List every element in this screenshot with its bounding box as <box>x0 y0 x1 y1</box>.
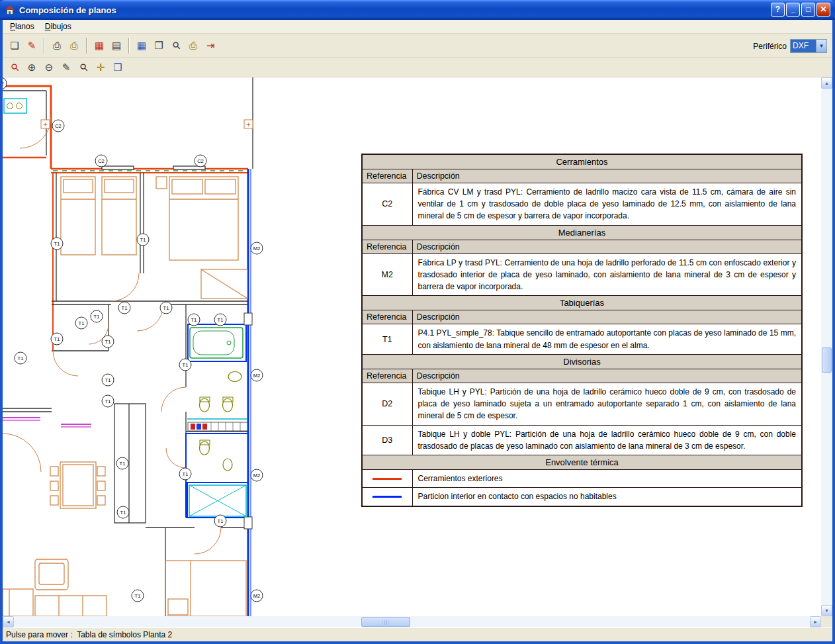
ref-header: Referencia <box>362 369 412 383</box>
legend-swatch-cell <box>362 488 412 506</box>
svg-text:T1: T1 <box>120 510 126 516</box>
section-title-tabiquerias: Tabiquerías <box>362 296 802 310</box>
sheet-manager-icon[interactable]: ❐ <box>151 38 167 53</box>
svg-text:T1: T1 <box>163 305 169 311</box>
svg-text:T1: T1 <box>183 362 189 368</box>
edit-tables-icon[interactable]: ▦ <box>134 38 150 53</box>
ref-cell: C2 <box>362 183 412 226</box>
pan-hand-icon[interactable]: ✛ <box>93 60 109 75</box>
svg-text:T1: T1 <box>94 314 100 320</box>
close-button[interactable]: ✕ <box>816 3 830 17</box>
table-row: T1 P4.1 PYL_simple_78: Tabique sencillo … <box>362 324 802 354</box>
toolbar-separator <box>128 38 130 54</box>
scroll-right-icon[interactable]: ► <box>810 616 821 627</box>
svg-text:T1: T1 <box>120 461 126 467</box>
horizontal-scrollbar[interactable]: ◄ ► <box>3 616 821 627</box>
exit-composition-icon[interactable]: ⇥ <box>202 38 218 53</box>
redraw-icon[interactable]: ✎ <box>58 60 74 75</box>
scrollbar-corner <box>821 616 832 627</box>
minimize-button[interactable]: _ <box>786 3 800 17</box>
svg-text:T1: T1 <box>191 317 197 323</box>
zoom-toolbar: ⚲ ⊕ ⊖ ✎ ⚲ ✛ ❒ <box>3 58 832 77</box>
plan-numbering-icon[interactable]: ▤ <box>109 38 124 53</box>
printers-icon[interactable]: ⎙ <box>66 38 82 53</box>
blue-line-swatch <box>373 496 402 498</box>
zoom-previous-icon[interactable]: ⚲ <box>75 60 91 75</box>
legend-label: Particion interior en contacto con espac… <box>412 488 802 506</box>
section-title-divisorias: Divisorias <box>362 354 802 369</box>
toolbar-separator <box>44 38 45 54</box>
svg-text:C2: C2 <box>197 158 204 164</box>
maximize-button[interactable]: □ <box>801 3 815 17</box>
desc-cell: Tabique LH y PYL: Partición de una hoja … <box>412 383 802 425</box>
scroll-left-icon[interactable]: ◄ <box>3 616 14 627</box>
table-row: C2 Fábrica CV LM y trasd PYL: Cerramient… <box>362 183 802 226</box>
svg-text:T1: T1 <box>105 377 111 383</box>
print-drawing-icon[interactable]: ⎙ <box>185 38 201 53</box>
svg-text:+: + <box>43 120 47 128</box>
red-line-swatch <box>373 478 402 480</box>
legend-label: Cerramientos exteriores <box>412 470 802 488</box>
desc-cell: Fábrica LP y trasd PYL: Cerramiento de u… <box>412 253 802 296</box>
svg-text:T1: T1 <box>122 305 128 311</box>
plan-furniture <box>3 177 247 616</box>
print-setup-icon[interactable]: ⎙ <box>49 38 65 53</box>
horizontal-scroll-thumb[interactable] <box>361 617 410 627</box>
menu-bar: Planos Dibujos <box>3 20 832 34</box>
svg-text:T1: T1 <box>105 398 111 404</box>
ref-cell: T1 <box>362 324 412 354</box>
table-row: D2 Tabique LH y PYL: Partición de una ho… <box>362 383 802 425</box>
svg-text:M2: M2 <box>253 373 260 379</box>
svg-text:+: + <box>246 120 250 128</box>
section-title-cerramientos: Cerramientos <box>362 154 802 169</box>
help-button[interactable]: ? <box>771 3 785 17</box>
ref-header: Referencia <box>362 310 412 324</box>
svg-text:T1: T1 <box>54 241 60 247</box>
svg-text:T1: T1 <box>79 320 85 326</box>
svg-text:T1: T1 <box>18 355 24 361</box>
new-plan-icon[interactable]: ❏ <box>7 38 22 53</box>
zoom-select-icon[interactable]: ⚲ <box>7 60 22 75</box>
edit-plan-icon[interactable]: ✎ <box>24 38 40 53</box>
scroll-down-icon[interactable]: ▼ <box>821 605 832 616</box>
work-area: + + C2C2C2C2T1T1T1T1T1T1T1T1T1T1T1T1T1T1… <box>3 77 832 627</box>
table-row: M2 Fábrica LP y trasd PYL: Cerramiento d… <box>362 253 802 296</box>
periferico-select[interactable]: DXF ▼ <box>790 39 827 53</box>
scroll-up-icon[interactable]: ▲ <box>821 77 832 89</box>
menu-dibujos[interactable]: Dibujos <box>40 21 76 32</box>
desc-header: Descripción <box>412 369 802 383</box>
plan-composition-icon[interactable]: ▦ <box>91 38 107 53</box>
svg-text:T1: T1 <box>140 237 146 243</box>
drawing-canvas[interactable]: + + C2C2C2C2T1T1T1T1T1T1T1T1T1T1T1T1T1T1… <box>3 77 821 616</box>
chevron-down-icon[interactable]: ▼ <box>816 40 826 52</box>
svg-text:T1: T1 <box>218 518 224 524</box>
plan-plus-markers: + + <box>41 120 253 128</box>
periferico-value: DXF <box>791 40 816 52</box>
svg-text:M2: M2 <box>253 473 260 479</box>
desc-header: Descripción <box>412 310 802 324</box>
window-title: Composición de planos <box>19 5 116 15</box>
desc-header: Descripción <box>412 240 802 253</box>
ref-header: Referencia <box>362 240 412 253</box>
table-row: Particion interior en contacto con espac… <box>362 488 802 506</box>
capture-region-icon[interactable]: ❒ <box>110 60 126 75</box>
symbols-table[interactable]: Cerramientos Referencia Descripción C2 F… <box>361 154 803 507</box>
title-bar[interactable]: Composición de planos ? _ □ ✕ <box>0 0 835 20</box>
svg-text:T1: T1 <box>54 336 60 342</box>
table-row: Cerramientos exteriores <box>362 470 802 488</box>
desc-cell: P4.1 PYL_simple_78: Tabique sencillo de … <box>412 324 802 354</box>
status-text: Pulse para mover : Tabla de símbolos Pla… <box>6 630 172 639</box>
app-window: Composición de planos ? _ □ ✕ Planos Dib… <box>0 0 835 644</box>
svg-text:C2: C2 <box>55 123 62 129</box>
toolbar-separator <box>86 38 87 54</box>
ref-header: Referencia <box>362 169 412 183</box>
svg-text:T1: T1 <box>105 339 111 345</box>
print-preview-icon[interactable]: ⚲ <box>168 38 184 53</box>
vertical-scrollbar[interactable]: ▲ ▼ <box>821 77 832 616</box>
menu-planos[interactable]: Planos <box>5 21 39 32</box>
floor-plan[interactable]: + + C2C2C2C2T1T1T1T1T1T1T1T1T1T1T1T1T1T1… <box>3 77 360 616</box>
zoom-window-icon[interactable]: ⊖ <box>41 60 57 75</box>
svg-text:T1: T1 <box>218 317 224 323</box>
zoom-extents-icon[interactable]: ⊕ <box>24 60 40 75</box>
vertical-scroll-thumb[interactable] <box>822 347 832 373</box>
